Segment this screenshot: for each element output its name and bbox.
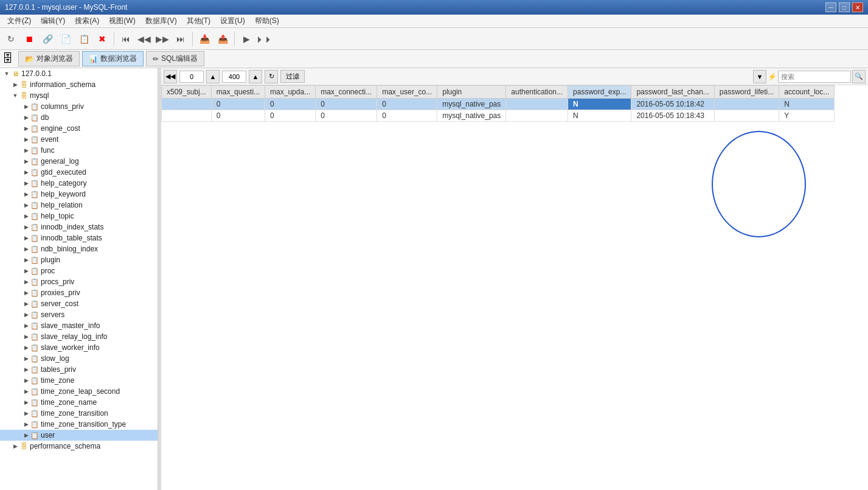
delete-button[interactable]: ✖ (94, 30, 111, 47)
menu-other[interactable]: 其他(T) (182, 15, 215, 27)
table-label-plugin: plugin (41, 256, 60, 264)
data-nav-first[interactable]: ◀◀ (164, 70, 177, 83)
search-button[interactable]: 🔍 (852, 70, 866, 83)
col-max-user-co[interactable]: max_user_co... (377, 86, 437, 99)
nav-next[interactable]: ▶▶ (154, 30, 171, 47)
col-x509[interactable]: x509_subj... (162, 86, 212, 99)
col-max-upda[interactable]: max_upda... (265, 86, 316, 99)
minimize-button[interactable]: ─ (825, 2, 836, 12)
page-down-btn[interactable]: ▲ (249, 70, 262, 83)
cell-authentication (506, 110, 568, 122)
sidebar-item-columns_priv[interactable]: ▶ 📋 columns_priv (0, 101, 158, 112)
sidebar-item-mysql[interactable]: ▼ 🗄 mysql (0, 90, 158, 101)
sidebar-item-servers[interactable]: ▶ 📋 servers (0, 309, 158, 320)
per-page-input[interactable] (222, 71, 246, 83)
connect-button[interactable]: 🔗 (39, 30, 56, 47)
refresh-button[interactable]: ↻ (2, 30, 19, 47)
menu-file[interactable]: 文件(Z) (2, 15, 36, 27)
close-button[interactable]: ✕ (852, 2, 863, 12)
sidebar-item-func[interactable]: ▶ 📋 func (0, 145, 158, 156)
maximize-button[interactable]: □ (839, 2, 850, 12)
sidebar-item-proxies_priv[interactable]: ▶ 📋 proxies_priv (0, 287, 158, 298)
col-account-loc[interactable]: account_loc... (779, 86, 835, 99)
sidebar-item-event[interactable]: ▶ 📋 event (0, 134, 158, 145)
table-icon-columns_priv: 📋 (30, 102, 39, 111)
menu-edit[interactable]: 编辑(Y) (36, 15, 70, 27)
tree-root[interactable]: ▼ 🖥 127.0.0.1 (0, 68, 158, 79)
sidebar-item-server_cost[interactable]: ▶ 📋 server_cost (0, 298, 158, 309)
sidebar-item-slave_master_info[interactable]: ▶ 📋 slave_master_info (0, 320, 158, 331)
sidebar-item-db[interactable]: ▶ 📋 db (0, 112, 158, 123)
table-arrow-server_cost: ▶ (22, 299, 30, 308)
sidebar-item-time_zone_transition_type[interactable]: ▶ 📋 time_zone_transition_type (0, 419, 158, 430)
sidebar-item-ndb_binlog_index[interactable]: ▶ 📋 ndb_binlog_index (0, 243, 158, 254)
export-button[interactable]: 📤 (214, 30, 231, 47)
sidebar-item-tables_priv[interactable]: ▶ 📋 tables_priv (0, 364, 158, 375)
menu-database[interactable]: 数据库(V) (141, 15, 182, 27)
table-arrow-slave_worker_info: ▶ (22, 343, 30, 352)
sidebar-item-time_zone_leap_second[interactable]: ▶ 📋 time_zone_leap_second (0, 386, 158, 397)
table-label-innodb_index_stats: innodb_index_stats (41, 223, 103, 231)
sidebar-item-user[interactable]: ▶ 📋 user (0, 430, 158, 441)
table-arrow-procs_priv: ▶ (22, 278, 30, 286)
menu-settings[interactable]: 设置(U) (215, 15, 250, 27)
col-max-connecti[interactable]: max_connecti... (316, 86, 377, 99)
col-max-questi[interactable]: max_questi... (211, 86, 265, 99)
sidebar-item-procs_priv[interactable]: ▶ 📋 procs_priv (0, 276, 158, 287)
table-row[interactable]: 0 0 0 0 mysql_native_pas N 2016-05-05 10… (162, 110, 835, 122)
col-plugin[interactable]: plugin (437, 86, 506, 99)
refresh-data-btn[interactable]: ↻ (265, 70, 278, 83)
tab-sql-editor[interactable]: ✏ SQL编辑器 (146, 51, 204, 66)
sidebar-item-help_category[interactable]: ▶ 📋 help_category (0, 178, 158, 189)
tab-object-browser[interactable]: 📂 对象浏览器 (18, 51, 80, 66)
sidebar-item-slave_worker_info[interactable]: ▶ 📋 slave_worker_info (0, 342, 158, 353)
page-number-input[interactable] (179, 71, 204, 83)
table-icon-help_keyword: 📋 (30, 190, 39, 198)
table-row[interactable]: 0 0 0 0 mysql_native_pas N 2016-05-05 10… (162, 99, 835, 110)
sidebar-item-slave_relay_log_info[interactable]: ▶ 📋 slave_relay_log_info (0, 331, 158, 342)
tab-data-browser[interactable]: 📊 数据浏览器 (82, 51, 144, 66)
sidebar-item-proc[interactable]: ▶ 📋 proc (0, 265, 158, 276)
table-arrow-help_keyword: ▶ (22, 190, 30, 198)
sidebar-item-time_zone_transition[interactable]: ▶ 📋 time_zone_transition (0, 408, 158, 419)
menu-search[interactable]: 搜索(A) (70, 15, 104, 27)
table-label-help_category: help_category (41, 179, 86, 187)
table-icon-event: 📋 (30, 135, 39, 144)
sidebar-item-performance-schema[interactable]: ▶ 🗄 performance_schema (0, 441, 158, 452)
sidebar-item-plugin[interactable]: ▶ 📋 plugin (0, 254, 158, 265)
sidebar-item-innodb_index_stats[interactable]: ▶ 📋 innodb_index_stats (0, 222, 158, 233)
nav-prev[interactable]: ◀◀ (136, 30, 153, 47)
sidebar: ▼ 🖥 127.0.0.1 ▶ 🗄 information_schema ▼ 🗄… (0, 68, 158, 490)
col-password-exp[interactable]: password_exp... (568, 86, 631, 99)
sidebar-item-innodb_table_stats[interactable]: ▶ 📋 innodb_table_stats (0, 233, 158, 243)
search-dropdown-btn[interactable]: ▼ (753, 70, 766, 83)
copy-button[interactable]: 📋 (75, 30, 92, 47)
sidebar-item-slow_log[interactable]: ▶ 📋 slow_log (0, 353, 158, 364)
sidebar-item-help_topic[interactable]: ▶ 📋 help_topic (0, 211, 158, 222)
sidebar-item-gtid_executed[interactable]: ▶ 📋 gtid_executed (0, 167, 158, 178)
col-authentication[interactable]: authentication... (506, 86, 568, 99)
sidebar-item-time_zone_name[interactable]: ▶ 📋 time_zone_name (0, 397, 158, 408)
search-input[interactable] (778, 71, 851, 83)
cell-password-last-chan: 2016-05-05 10:18:42 (631, 99, 714, 110)
sidebar-item-general_log[interactable]: ▶ 📋 general_log (0, 156, 158, 167)
col-password-last-chan[interactable]: password_last_chan... (631, 86, 714, 99)
sidebar-item-help_keyword[interactable]: ▶ 📋 help_keyword (0, 189, 158, 200)
new-button[interactable]: 📄 (57, 30, 74, 47)
sidebar-item-engine_cost[interactable]: ▶ 📋 engine_cost (0, 123, 158, 134)
page-up-btn[interactable]: ▲ (206, 70, 220, 83)
run-button[interactable]: ▶ (238, 30, 255, 47)
import-button[interactable]: 📥 (196, 30, 213, 47)
col-password-lifeti[interactable]: password_lifeti... (714, 86, 779, 99)
menu-help[interactable]: 帮助(S) (250, 15, 284, 27)
sidebar-item-help_relation[interactable]: ▶ 📋 help_relation (0, 200, 158, 211)
table-icon-server_cost: 📋 (30, 299, 39, 308)
run-all-button[interactable]: ⏵⏵ (256, 30, 273, 47)
nav-first[interactable]: ⏮ (117, 30, 134, 47)
filter-button[interactable]: 过滤 (280, 70, 305, 83)
nav-last[interactable]: ⏭ (172, 30, 189, 47)
stop-button[interactable]: ⏹ (21, 30, 38, 47)
sidebar-item-information-schema[interactable]: ▶ 🗄 information_schema (0, 79, 158, 90)
menu-view[interactable]: 视图(W) (104, 15, 140, 27)
sidebar-item-time_zone[interactable]: ▶ 📋 time_zone (0, 375, 158, 386)
